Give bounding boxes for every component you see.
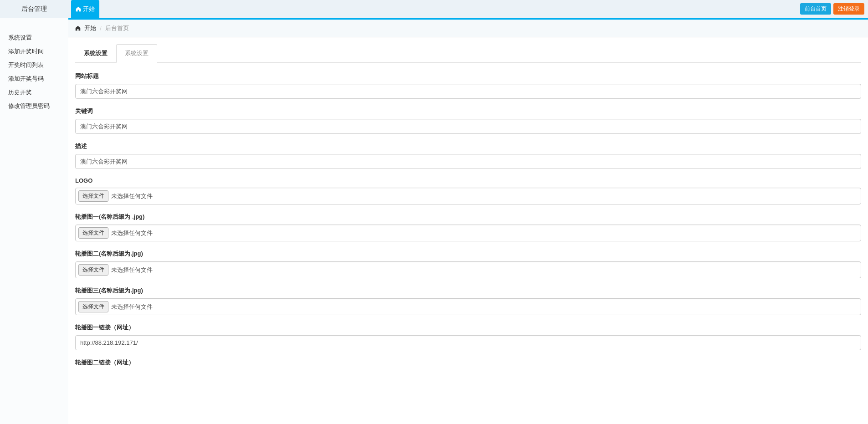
form-group-carousel2-link: 轮播图二链接（网址） [75, 358, 861, 367]
file-input-logo[interactable]: 选择文件 未选择任何文件 [75, 188, 861, 204]
sidebar-item-change-password[interactable]: 修改管理员密码 [0, 99, 68, 113]
label-carousel1-link: 轮播图一链接（网址） [75, 323, 861, 332]
header-buttons: 前台首页 注销登录 [800, 3, 864, 15]
file-input-carousel3[interactable]: 选择文件 未选择任何文件 [75, 298, 861, 315]
form-group-carousel2: 轮播图二(名称后缀为.jpg) 选择文件 未选择任何文件 [75, 250, 861, 278]
breadcrumb-start[interactable]: 开始 [84, 24, 96, 32]
sidebar-menu: 系统设置 添加开奖时间 开奖时间列表 添加开奖号码 历史开奖 修改管理员密码 [0, 31, 68, 113]
input-carousel1-link[interactable] [75, 335, 861, 350]
file-button-logo[interactable]: 选择文件 [78, 190, 108, 202]
input-description[interactable] [75, 154, 861, 169]
input-site-title[interactable] [75, 84, 861, 99]
panel-tabs: 系统设置 系统设置 [75, 44, 861, 63]
nav-tab-start[interactable]: 开始 [71, 0, 99, 18]
input-keywords[interactable] [75, 119, 861, 134]
panel-tab-2[interactable]: 系统设置 [116, 44, 157, 63]
file-input-carousel1[interactable]: 选择文件 未选择任何文件 [75, 225, 861, 241]
sidebar-item-lottery-time-list[interactable]: 开奖时间列表 [0, 58, 68, 72]
label-description: 描述 [75, 142, 861, 150]
file-status-carousel2: 未选择任何文件 [111, 266, 153, 274]
home-icon [76, 6, 81, 12]
label-logo: LOGO [75, 177, 861, 184]
label-carousel3: 轮播图三(名称后缀为.jpg) [75, 286, 861, 295]
form-group-site-title: 网站标题 [75, 72, 861, 99]
form-group-carousel3: 轮播图三(名称后缀为.jpg) 选择文件 未选择任何文件 [75, 286, 861, 315]
form-group-description: 描述 [75, 142, 861, 169]
file-status-carousel1: 未选择任何文件 [111, 229, 153, 237]
breadcrumb-current: 后台首页 [105, 24, 129, 32]
main-content: 开始 / 后台首页 系统设置 系统设置 网站标题 关键词 [68, 18, 868, 424]
nav-tabs: 开始 [71, 0, 99, 18]
file-status-logo: 未选择任何文件 [111, 192, 153, 200]
logout-button[interactable]: 注销登录 [833, 3, 864, 15]
home-icon [75, 26, 81, 31]
layout: 系统设置 添加开奖时间 开奖时间列表 添加开奖号码 历史开奖 修改管理员密码 开… [0, 18, 868, 424]
sidebar-item-history-lottery[interactable]: 历史开奖 [0, 86, 68, 99]
breadcrumb-separator: / [100, 25, 102, 32]
panel-tab-1[interactable]: 系统设置 [75, 44, 116, 63]
file-button-carousel2[interactable]: 选择文件 [78, 264, 108, 276]
label-keywords: 关键词 [75, 107, 861, 115]
file-button-carousel3[interactable]: 选择文件 [78, 301, 108, 312]
label-carousel2-link: 轮播图二链接（网址） [75, 358, 861, 367]
app-title: 后台管理 [0, 5, 68, 13]
sidebar-item-add-lottery-time[interactable]: 添加开奖时间 [0, 45, 68, 58]
form-wrapper: 网站标题 关键词 描述 LOGO 选择文件 [75, 63, 861, 367]
file-status-carousel3: 未选择任何文件 [111, 303, 153, 311]
label-carousel2: 轮播图二(名称后缀为.jpg) [75, 250, 861, 258]
label-carousel1: 轮播图一(名称后缀为 .jpg) [75, 213, 861, 221]
file-input-carousel2[interactable]: 选择文件 未选择任何文件 [75, 261, 861, 278]
sidebar: 系统设置 添加开奖时间 开奖时间列表 添加开奖号码 历史开奖 修改管理员密码 [0, 18, 68, 424]
label-site-title: 网站标题 [75, 72, 861, 80]
sidebar-item-add-lottery-number[interactable]: 添加开奖号码 [0, 72, 68, 86]
front-page-button[interactable]: 前台首页 [800, 3, 831, 15]
form-group-carousel1-link: 轮播图一链接（网址） [75, 323, 861, 350]
sidebar-item-system-settings[interactable]: 系统设置 [0, 31, 68, 45]
content-wrapper: 系统设置 系统设置 网站标题 关键词 描述 [68, 37, 868, 382]
form-group-logo: LOGO 选择文件 未选择任何文件 [75, 177, 861, 204]
nav-tab-label: 开始 [83, 5, 95, 13]
form-group-keywords: 关键词 [75, 107, 861, 134]
file-button-carousel1[interactable]: 选择文件 [78, 227, 108, 239]
form-group-carousel1: 轮播图一(名称后缀为 .jpg) 选择文件 未选择任何文件 [75, 213, 861, 241]
breadcrumb: 开始 / 后台首页 [68, 20, 868, 37]
top-header: 后台管理 开始 前台首页 注销登录 [0, 0, 868, 18]
